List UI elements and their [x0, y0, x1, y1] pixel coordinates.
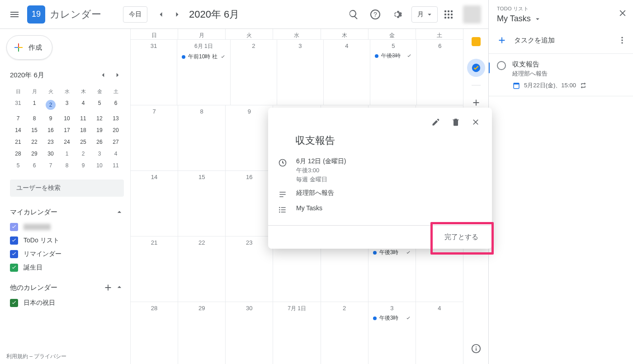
- menu-icon[interactable]: [4, 4, 25, 25]
- checkbox-icon[interactable]: [10, 250, 18, 258]
- close-icon[interactable]: [466, 112, 486, 132]
- day-cell[interactable]: 7: [130, 105, 178, 170]
- add-calendar-icon[interactable]: [103, 283, 113, 293]
- checkbox-icon[interactable]: [10, 236, 18, 245]
- tasks-close-icon[interactable]: [618, 8, 628, 18]
- day-cell[interactable]: 30: [225, 302, 273, 364]
- calendar-item[interactable]: ToDo リスト: [4, 234, 130, 247]
- prev-month-icon[interactable]: [153, 6, 169, 23]
- mini-day[interactable]: 11: [75, 113, 91, 124]
- mini-day[interactable]: 27: [108, 136, 124, 148]
- mini-day[interactable]: 3: [59, 97, 75, 113]
- mini-day[interactable]: 7: [43, 160, 59, 171]
- day-cell[interactable]: 7月 1日: [273, 302, 320, 364]
- today-button[interactable]: 今日: [123, 6, 147, 23]
- day-cell[interactable]: 2: [321, 302, 368, 364]
- day-cell[interactable]: 2: [230, 39, 277, 105]
- my-calendars-toggle[interactable]: マイカレンダー: [4, 205, 130, 219]
- mini-day[interactable]: 25: [75, 136, 91, 148]
- day-cell[interactable]: 31: [130, 39, 177, 105]
- mini-day[interactable]: 3: [91, 148, 108, 160]
- mini-day[interactable]: 12: [91, 113, 108, 124]
- mini-day[interactable]: 13: [108, 113, 124, 124]
- day-cell[interactable]: 9: [225, 105, 273, 170]
- day-cell[interactable]: 23: [225, 236, 273, 302]
- day-cell[interactable]: 6: [416, 39, 463, 105]
- mini-next-icon[interactable]: [111, 69, 124, 81]
- mini-day[interactable]: 31: [10, 97, 26, 113]
- mini-day[interactable]: 21: [10, 136, 26, 148]
- calendar-event[interactable]: 午後3時: [370, 313, 414, 323]
- people-search-input[interactable]: ユーザーを検索: [10, 180, 124, 197]
- task-menu-icon[interactable]: [618, 36, 627, 45]
- day-cell[interactable]: 5午後3時: [370, 39, 416, 105]
- day-cell[interactable]: 3: [277, 39, 323, 105]
- mini-day[interactable]: 6: [108, 97, 124, 113]
- checkbox-icon[interactable]: [10, 264, 18, 272]
- footer-links[interactable]: 利用規約 – プライバシー: [6, 353, 66, 360]
- settings-icon[interactable]: [386, 4, 408, 25]
- mini-day[interactable]: 5: [91, 97, 108, 113]
- mini-day[interactable]: 9: [43, 113, 59, 124]
- mini-day[interactable]: 19: [91, 124, 108, 136]
- avatar[interactable]: [463, 5, 481, 24]
- tasks-list-select[interactable]: My Tasks: [497, 14, 627, 24]
- calendar-item[interactable]: [4, 220, 130, 234]
- mini-day[interactable]: 29: [26, 148, 43, 160]
- day-cell[interactable]: 8: [178, 105, 225, 170]
- mini-day[interactable]: 8: [59, 160, 75, 171]
- day-cell[interactable]: 28: [130, 302, 178, 364]
- mini-day[interactable]: 1: [26, 97, 43, 113]
- other-calendars-toggle[interactable]: 他のカレンダー: [4, 280, 130, 295]
- mini-day[interactable]: 17: [59, 124, 75, 136]
- create-button[interactable]: 作成: [6, 35, 52, 60]
- mini-day[interactable]: 4: [108, 148, 124, 160]
- mini-day[interactable]: 26: [91, 136, 108, 148]
- add-task-button[interactable]: タスクを追加: [497, 35, 555, 45]
- mini-day[interactable]: 1: [59, 148, 75, 160]
- calendar-event[interactable]: 午前10時 社: [179, 52, 228, 61]
- task-item[interactable]: 収支報告 経理部へ報告 5月22日(金)、15:00: [489, 54, 633, 96]
- day-cell[interactable]: 22: [178, 236, 225, 302]
- edit-icon[interactable]: [426, 112, 446, 132]
- mini-day[interactable]: 20: [108, 124, 124, 136]
- info-icon[interactable]: [467, 340, 485, 358]
- mini-day[interactable]: 11: [108, 160, 124, 171]
- mini-day[interactable]: 16: [43, 124, 59, 136]
- mini-day[interactable]: 8: [26, 113, 43, 124]
- calendar-item[interactable]: リマインダー: [4, 247, 130, 261]
- mini-day[interactable]: 22: [26, 136, 43, 148]
- day-cell[interactable]: 4: [323, 39, 370, 105]
- mini-day[interactable]: 5: [10, 160, 26, 171]
- day-cell[interactable]: 3午後3時: [368, 302, 416, 364]
- search-icon[interactable]: [343, 4, 364, 25]
- day-cell[interactable]: 29: [178, 302, 225, 364]
- mini-day[interactable]: 15: [26, 124, 43, 136]
- mini-day[interactable]: 4: [75, 97, 91, 113]
- day-cell[interactable]: 6月 1日午前10時 社: [177, 39, 230, 105]
- tasks-icon[interactable]: [467, 59, 485, 77]
- day-cell[interactable]: 16: [225, 170, 273, 236]
- checkbox-icon[interactable]: [10, 299, 18, 307]
- mini-day[interactable]: 30: [43, 148, 59, 160]
- mini-prev-icon[interactable]: [97, 69, 109, 81]
- mini-day[interactable]: 10: [59, 113, 75, 124]
- calendar-event[interactable]: 午後3時: [370, 248, 414, 257]
- mini-day[interactable]: 2: [43, 97, 59, 113]
- day-cell[interactable]: 15: [178, 170, 225, 236]
- mini-day[interactable]: 28: [10, 148, 26, 160]
- apps-icon[interactable]: [438, 4, 459, 25]
- task-radio[interactable]: [497, 61, 506, 70]
- day-cell[interactable]: 21: [130, 236, 178, 302]
- calendar-item[interactable]: 誕生日: [4, 261, 130, 274]
- mini-day[interactable]: 9: [75, 160, 91, 171]
- day-cell[interactable]: 4: [416, 302, 463, 364]
- day-cell[interactable]: 14: [130, 170, 178, 236]
- mini-day[interactable]: 10: [91, 160, 108, 171]
- calendar-event[interactable]: 午後3時: [372, 51, 415, 61]
- mini-day[interactable]: 23: [43, 136, 59, 148]
- keep-icon[interactable]: [467, 33, 485, 51]
- mini-day[interactable]: 18: [75, 124, 91, 136]
- mini-day[interactable]: 7: [10, 113, 26, 124]
- mini-day[interactable]: 24: [59, 136, 75, 148]
